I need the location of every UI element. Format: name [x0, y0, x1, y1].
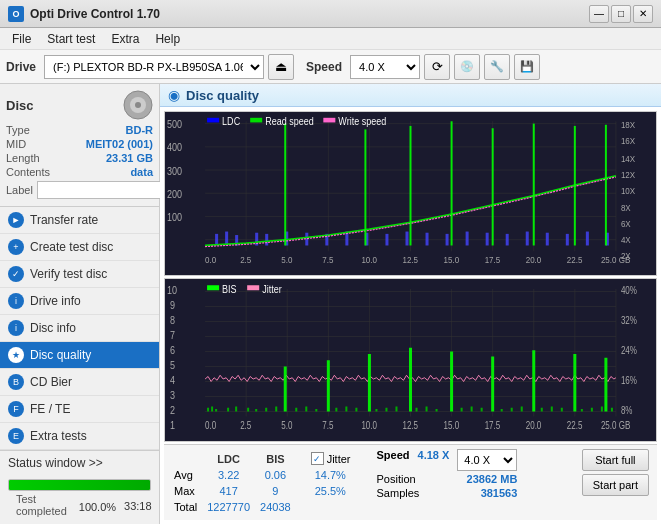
sidebar-item-disc-quality[interactable]: ★ Disc quality	[0, 342, 159, 369]
sidebar-item-cd-bier[interactable]: B CD Bier	[0, 369, 159, 396]
speed-select-drive[interactable]: 4.0 X Max 2.0 X	[350, 55, 420, 79]
speed-select-stats[interactable]: 4.0 X Max	[457, 449, 517, 471]
svg-text:10.0: 10.0	[361, 254, 377, 265]
menu-extra[interactable]: Extra	[103, 30, 147, 48]
jitter-checkbox[interactable]: ✓	[311, 452, 324, 465]
sidebar-item-create-test-disc[interactable]: + Create test disc	[0, 234, 159, 261]
svg-rect-79	[323, 118, 335, 123]
start-full-button[interactable]: Start full	[582, 449, 649, 471]
svg-text:12.5: 12.5	[402, 254, 418, 265]
drive-label: Drive	[6, 60, 36, 74]
cd-bier-label: CD Bier	[30, 375, 72, 389]
drive-toolbar: Drive (F:) PLEXTOR BD-R PX-LB950SA 1.06 …	[0, 50, 661, 84]
svg-rect-145	[295, 407, 297, 411]
fe-te-label: FE / TE	[30, 402, 70, 416]
status-window-button[interactable]: Status window >>	[0, 450, 159, 475]
svg-rect-62	[526, 232, 529, 246]
svg-text:7: 7	[170, 329, 175, 341]
svg-rect-64	[566, 234, 569, 246]
eject-button[interactable]: ⏏	[268, 54, 294, 80]
avg-bis-value: 0.06	[260, 468, 299, 482]
svg-text:25.0 GB: 25.0 GB	[601, 254, 631, 265]
svg-rect-138	[215, 409, 217, 412]
app-title: Opti Drive Control 1.70	[30, 7, 160, 21]
progress-area: Test completed 100.0% 33:18	[0, 475, 159, 524]
svg-text:22.5: 22.5	[567, 420, 583, 431]
disc-info-label: Disc info	[30, 321, 76, 335]
svg-rect-65	[586, 232, 589, 246]
svg-rect-61	[506, 234, 509, 246]
menu-help[interactable]: Help	[147, 30, 188, 48]
burn-button[interactable]: 💿	[454, 54, 480, 80]
disc-contents-row: Contents data	[6, 166, 153, 178]
svg-rect-75	[207, 118, 219, 123]
sidebar-item-extra-tests[interactable]: E Extra tests	[0, 423, 159, 450]
menu-file[interactable]: File	[4, 30, 39, 48]
speed-current-value: 4.18 X	[418, 449, 450, 471]
start-buttons-panel: Start full Start part	[582, 449, 649, 496]
svg-text:6: 6	[170, 344, 175, 356]
total-bis-value: 24038	[260, 500, 299, 514]
refresh-button[interactable]: ⟳	[424, 54, 450, 80]
minimize-button[interactable]: —	[589, 5, 609, 23]
avg-ldc-value: 3.22	[207, 468, 258, 482]
sidebar-item-disc-info[interactable]: i Disc info	[0, 315, 159, 342]
svg-text:Read speed: Read speed	[265, 115, 314, 127]
svg-rect-141	[247, 407, 249, 411]
disc-length-row: Length 23.31 GB	[6, 152, 153, 164]
drive-select[interactable]: (F:) PLEXTOR BD-R PX-LB950SA 1.06	[44, 55, 264, 79]
app-icon: O	[8, 6, 24, 22]
svg-rect-158	[471, 406, 473, 411]
svg-rect-140	[235, 406, 237, 411]
ldc-header: LDC	[207, 451, 258, 466]
svg-text:8%: 8%	[621, 405, 633, 416]
speed-info-panel: Speed 4.18 X 4.0 X Max Position 23862 MB…	[377, 449, 518, 499]
svg-rect-59	[466, 232, 469, 246]
svg-rect-169	[611, 407, 613, 411]
position-label: Position	[377, 473, 416, 485]
svg-rect-142	[255, 409, 257, 412]
svg-rect-165	[561, 407, 563, 411]
disc-label-text: Label	[6, 184, 33, 196]
svg-text:200: 200	[167, 188, 183, 200]
sidebar-item-drive-info[interactable]: i Drive info	[0, 288, 159, 315]
total-label: Total	[174, 500, 205, 514]
svg-rect-49	[265, 234, 268, 246]
svg-text:2: 2	[170, 404, 175, 416]
svg-text:9: 9	[170, 299, 175, 311]
svg-rect-56	[405, 232, 408, 246]
disc-label-input[interactable]	[37, 181, 170, 199]
content-header: ◉ Disc quality	[160, 84, 661, 107]
position-value: 23862 MB	[467, 473, 518, 485]
close-button[interactable]: ✕	[633, 5, 653, 23]
svg-text:12.5: 12.5	[402, 420, 418, 431]
svg-text:3: 3	[170, 389, 175, 401]
svg-rect-166	[581, 409, 583, 412]
svg-text:2.5: 2.5	[240, 420, 251, 431]
settings-button[interactable]: 🔧	[484, 54, 510, 80]
svg-text:400: 400	[167, 142, 183, 154]
disc-info-icon: i	[8, 320, 24, 336]
save-button[interactable]: 💾	[514, 54, 540, 80]
svg-text:12X: 12X	[621, 170, 635, 181]
verify-test-disc-label: Verify test disc	[30, 267, 107, 281]
sidebar: Disc Type BD-R MID MEIT02 (001) Length 2…	[0, 84, 160, 524]
jitter-checkbox-row: ✓ Jitter	[311, 452, 351, 465]
svg-rect-157	[461, 407, 463, 411]
start-part-button[interactable]: Start part	[582, 474, 649, 496]
drive-info-label: Drive info	[30, 294, 81, 308]
svg-text:25.0 GB: 25.0 GB	[601, 420, 630, 431]
svg-rect-159	[481, 407, 483, 411]
menu-start-test[interactable]: Start test	[39, 30, 103, 48]
maximize-button[interactable]: □	[611, 5, 631, 23]
samples-label: Samples	[377, 487, 420, 499]
sidebar-item-transfer-rate[interactable]: ► Transfer rate	[0, 207, 159, 234]
svg-text:10.0: 10.0	[361, 420, 377, 431]
progress-percent: 100.0%	[75, 500, 120, 514]
svg-rect-58	[446, 234, 449, 246]
svg-text:17.5: 17.5	[485, 420, 501, 431]
sidebar-item-verify-test-disc[interactable]: ✓ Verify test disc	[0, 261, 159, 288]
sidebar-item-fe-te[interactable]: F FE / TE	[0, 396, 159, 423]
bis-chart: 10 9 8 7 6 5 4 3 2 1 40% 32% 24% 16% 8%	[164, 278, 657, 443]
disc-label-row: Label ✎	[6, 180, 153, 200]
